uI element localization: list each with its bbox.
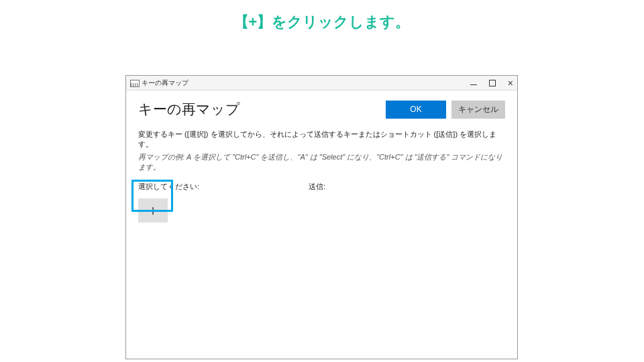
cancel-button[interactable]: キャンセル [451,101,505,119]
close-button[interactable]: × [508,78,513,88]
titlebar-left: キーの再マップ [130,78,189,88]
keyboard-icon [130,80,138,86]
remap-keys-window: キーの再マップ × キーの再マップ OK キャンセル 変更するキー ([選択])… [125,75,518,359]
titlebar: キーの再マップ × [126,76,517,90]
add-remap-button[interactable]: ＋ [138,198,168,223]
send-column: 送信: [309,182,505,223]
window-controls: × [470,78,513,88]
description-text: 変更するキー ([選択]) を選択してから、それによって送信するキーまたはショー… [126,123,517,152]
send-label: 送信: [309,182,505,192]
window-title: キーの再マップ [142,78,189,88]
select-column: 選択してください: ＋ [138,182,309,223]
ok-button[interactable]: OK [386,101,446,119]
select-label: 選択してください: [138,182,309,192]
columns: 選択してください: ＋ 送信: [126,182,517,223]
page-title: キーの再マップ [138,100,240,119]
minimize-button[interactable] [470,84,477,85]
example-text: 再マップの例: A を選択して "Ctrl+C" を送信し、"A" は "Sel… [126,152,517,182]
header-row: キーの再マップ OK キャンセル [126,90,517,123]
instruction-annotation: 【+】をクリックします。 [0,0,644,32]
plus-icon: ＋ [146,200,160,221]
header-actions: OK キャンセル [386,101,505,119]
maximize-button[interactable] [489,80,496,86]
